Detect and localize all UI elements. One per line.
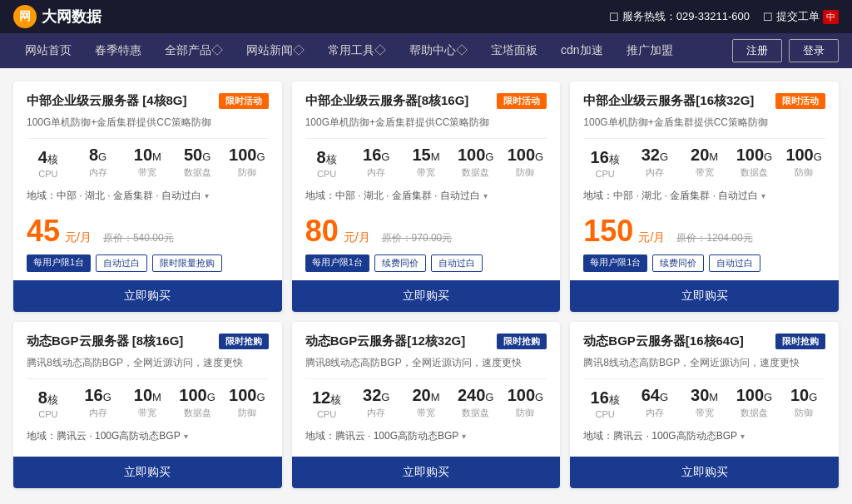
nav-auth: 注册 登录	[732, 39, 839, 62]
nav-news[interactable]: 网站新闻◇	[235, 33, 316, 68]
spec-value: 4核	[27, 148, 70, 167]
spec-value: 100G	[504, 386, 547, 405]
nav-affiliate[interactable]: 推广加盟	[615, 33, 685, 68]
spec-value: 100G	[504, 146, 547, 165]
spec-value: 8G	[77, 146, 120, 165]
nav-tools[interactable]: 常用工具◇	[316, 33, 398, 68]
card-header: 动态BGP云服务器[16核64G] 限时抢购	[570, 322, 839, 356]
product-tag: 自动过白	[431, 254, 483, 272]
price-section: 150 元/月 原价：1204.00元	[570, 210, 839, 250]
nav-spring[interactable]: 春季特惠	[83, 33, 153, 68]
spec-value: 64G	[633, 386, 676, 405]
card-specs: 12核 CPU 32G 内存 20M 带宽 240G 数据盘 100G 防御	[292, 379, 561, 422]
nav-help[interactable]: 帮助中心◇	[398, 33, 479, 68]
spec-item: 30M 带宽	[683, 386, 726, 419]
product-card: 中部企业级云服务器[8核16G] 限时活动 100G单机防御+金盾集群提供CC策…	[292, 82, 561, 312]
buy-button[interactable]: 立即购买	[13, 280, 282, 312]
card-subtitle: 腾讯8线动态高防BGP，全网近源访问，速度更快	[570, 356, 839, 378]
submit-ticket[interactable]: ☐ 提交工单 中	[763, 9, 839, 24]
buy-button[interactable]: 立即购买	[292, 457, 561, 488]
card-region[interactable]: 地域：腾讯云 · 100G高防动态BGP ▾	[13, 422, 282, 450]
spec-item: 32G 内存	[633, 146, 676, 179]
spec-item: 16核 CPU	[583, 388, 627, 419]
region-text: 地域：腾讯云 · 100G高防动态BGP	[305, 429, 459, 443]
spec-item: 10M 带宽	[126, 386, 169, 419]
spec-label: 内存	[633, 407, 676, 419]
checkbox-icon: ☐	[609, 11, 619, 23]
spec-item: 8核 CPU	[27, 388, 70, 419]
card-tags: 每用户限1台续费同价自动过白	[570, 250, 839, 280]
spec-label: 防御	[782, 166, 825, 179]
nav-pagoda[interactable]: 宝塔面板	[479, 33, 549, 68]
spec-label: CPU	[583, 169, 627, 179]
card-region[interactable]: 地域：中部 · 湖北 · 金盾集群 · 自动过白 ▾	[13, 182, 282, 210]
region-text: 地域：中部 · 湖北 · 金盾集群 · 自动过白	[583, 189, 758, 203]
spec-value: 16G	[354, 146, 398, 165]
spec-label: CPU	[583, 409, 627, 419]
spec-label: 数据盘	[733, 407, 776, 419]
chevron-down-icon: ▾	[741, 432, 745, 441]
card-subtitle: 腾讯8线动态高防BGP，全网近源访问，速度更快	[13, 356, 282, 378]
spec-item: 8核 CPU	[305, 148, 349, 179]
spec-value: 16核	[583, 148, 627, 167]
spec-item: 100G 数据盘	[454, 146, 498, 179]
hotline: ☐ 服务热线：029-33211-600	[609, 9, 750, 24]
chevron-down-icon: ▾	[483, 191, 488, 200]
register-button[interactable]: 注册	[732, 39, 782, 62]
price-original: 原价：970.00元	[382, 231, 453, 245]
product-badge: 限时抢购	[219, 334, 269, 349]
card-region[interactable]: 地域：中部 · 湖北 · 金盾集群 · 自动过白 ▾	[292, 182, 561, 210]
spec-value: 10G	[782, 386, 825, 405]
product-badge: 限时活动	[775, 93, 825, 109]
spec-value: 100G	[733, 386, 776, 405]
nav-cdn[interactable]: cdn加速	[549, 33, 615, 68]
spec-label: 防御	[504, 407, 547, 419]
card-header: 中部企业级云服务器[8核16G] 限时活动	[292, 82, 561, 116]
card-header: 动态BGP云服务器[12核32G] 限时抢购	[292, 322, 561, 356]
nav-home[interactable]: 网站首页	[13, 33, 83, 68]
product-badge: 限时活动	[219, 93, 269, 109]
card-specs: 4核 CPU 8G 内存 10M 带宽 50G 数据盘 100G 防御	[13, 139, 282, 182]
buy-button[interactable]: 立即购买	[13, 457, 282, 488]
spec-value: 32G	[354, 386, 398, 405]
card-subtitle: 100G单机防御+金盾集群提供CC策略防御	[13, 116, 282, 138]
spec-label: 数据盘	[176, 407, 219, 419]
card-region[interactable]: 地域：腾讯云 · 100G高防动态BGP ▾	[292, 422, 561, 450]
buy-button[interactable]: 立即购买	[570, 280, 839, 312]
buy-button[interactable]: 立即购买	[570, 457, 839, 488]
product-card: 动态BGP云服务器[16核64G] 限时抢购 腾讯8线动态高防BGP，全网近源访…	[570, 322, 839, 488]
spec-value: 100G	[782, 146, 825, 165]
header: 网 大网数据 ☐ 服务热线：029-33211-600 ☐ 提交工单 中	[0, 0, 852, 33]
card-tags: 每用户限1台续费同价自动过白	[292, 250, 561, 280]
spec-item: 4核 CPU	[27, 148, 70, 179]
product-card: 中部企业级云服务器 [4核8G] 限时活动 100G单机防御+金盾集群提供CC策…	[13, 82, 282, 312]
nav-products[interactable]: 全部产品◇	[153, 33, 235, 68]
hotline-text: 服务热线：029-33211-600	[622, 9, 750, 24]
price-section: 45 元/月 原价：540.00元	[13, 210, 282, 250]
spec-item: 20M 带宽	[683, 146, 726, 179]
spec-item: 10M 带宽	[126, 146, 169, 179]
spec-item: 100G 数据盘	[176, 386, 219, 419]
card-region[interactable]: 地域：腾讯云 · 100G高防动态BGP ▾	[570, 422, 839, 450]
spec-label: 防御	[504, 166, 547, 179]
spec-item: 100G 数据盘	[733, 386, 776, 419]
product-tag: 每用户限1台	[27, 254, 91, 272]
spec-item: 20M 带宽	[404, 386, 448, 419]
spec-label: 数据盘	[733, 166, 776, 179]
spec-label: 防御	[225, 407, 269, 419]
product-badge: 限时活动	[497, 93, 547, 109]
spec-item: 240G 数据盘	[454, 386, 498, 419]
buy-button[interactable]: 立即购买	[292, 280, 561, 312]
spec-item: 16核 CPU	[583, 148, 627, 179]
product-card: 中部企业级云服务器[16核32G] 限时活动 100G单机防御+金盾集群提供CC…	[570, 82, 839, 312]
card-title: 中部企业级云服务器[16核32G]	[583, 93, 769, 109]
spec-value: 100G	[225, 146, 269, 165]
card-region[interactable]: 地域：中部 · 湖北 · 金盾集群 · 自动过白 ▾	[570, 182, 839, 210]
spec-label: 防御	[782, 407, 825, 419]
login-button[interactable]: 登录	[789, 39, 839, 62]
price-number: 80	[305, 216, 339, 246]
spec-label: 内存	[77, 166, 120, 179]
spec-label: 内存	[354, 407, 398, 419]
spec-label: 数据盘	[454, 166, 498, 179]
region-text: 地域：腾讯云 · 100G高防动态BGP	[583, 429, 737, 443]
